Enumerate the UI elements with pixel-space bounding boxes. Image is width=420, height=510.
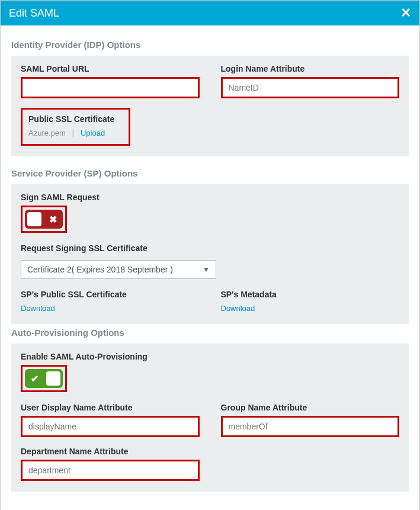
ap-section-title: Auto-Provisioning Options bbox=[11, 328, 409, 338]
login-name-attribute-label: Login Name Attribute bbox=[221, 64, 400, 73]
dialog-title: Edit SAML bbox=[9, 7, 59, 20]
sign-saml-request-label: Sign SAML Request bbox=[21, 193, 399, 202]
public-ssl-cert-group: Public SSL Certificate Azure.pem | Uploa… bbox=[21, 108, 130, 146]
request-signing-cert-label: Request Signing SSL Certificate bbox=[21, 243, 399, 253]
sp-public-ssl-cert-download[interactable]: Download bbox=[21, 304, 55, 313]
upload-link[interactable]: Upload bbox=[81, 129, 105, 137]
idp-section-title: Identity Provider (IDP) Options bbox=[11, 40, 409, 50]
ap-panel: Enable SAML Auto-Provisioning ✔ User Dis… bbox=[11, 344, 409, 492]
dialog-body: Identity Provider (IDP) Options SAML Por… bbox=[1, 25, 419, 510]
sp-metadata-label: SP's Metadata bbox=[221, 290, 400, 299]
public-ssl-cert-label: Public SSL Certificate bbox=[28, 114, 123, 124]
toggle-knob bbox=[27, 212, 41, 226]
group-name-attr-label: Group Name Attribute bbox=[221, 403, 400, 412]
group-name-attr-input[interactable] bbox=[221, 416, 400, 437]
user-display-name-attr-label: User Display Name Attribute bbox=[21, 403, 200, 412]
select-value: Certificate 2( Expires 2018 September ) bbox=[27, 265, 173, 274]
login-name-attribute-input[interactable] bbox=[221, 77, 400, 98]
sp-public-ssl-cert-label: SP's Public SSL Certificate bbox=[21, 290, 200, 299]
x-icon: ✖ bbox=[49, 214, 57, 225]
close-icon[interactable]: ✕ bbox=[400, 7, 411, 20]
idp-panel: SAML Portal URL Login Name Attribute Pub… bbox=[11, 56, 409, 156]
separator: | bbox=[72, 127, 74, 137]
titlebar: Edit SAML ✕ bbox=[1, 1, 419, 25]
check-icon: ✔ bbox=[31, 373, 39, 384]
ssl-file-name: Azure.pem bbox=[28, 129, 66, 137]
sp-panel: Sign SAML Request ✖ Request Signing SSL … bbox=[11, 184, 409, 324]
request-signing-cert-select[interactable]: Certificate 2( Expires 2018 September ) … bbox=[21, 260, 216, 279]
saml-portal-url-input[interactable] bbox=[21, 77, 200, 98]
department-name-attr-input[interactable] bbox=[21, 460, 200, 481]
saml-portal-url-label: SAML Portal URL bbox=[21, 64, 200, 73]
department-name-attr-label: Department Name Attribute bbox=[21, 447, 200, 456]
chevron-down-icon: ▼ bbox=[203, 265, 210, 274]
sp-section-title: Service Provider (SP) Options bbox=[11, 168, 409, 178]
toggle-knob bbox=[46, 371, 60, 386]
sign-saml-request-toggle[interactable]: ✖ bbox=[25, 210, 63, 229]
user-display-name-attr-input[interactable] bbox=[21, 416, 200, 437]
enable-auto-provisioning-label: Enable SAML Auto-Provisioning bbox=[21, 352, 399, 361]
sp-metadata-download[interactable]: Download bbox=[221, 304, 255, 313]
enable-auto-provisioning-toggle[interactable]: ✔ bbox=[25, 369, 63, 388]
